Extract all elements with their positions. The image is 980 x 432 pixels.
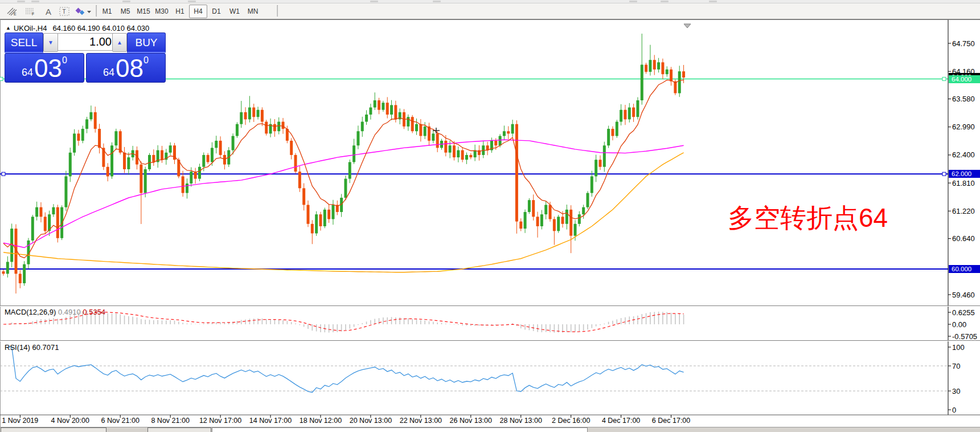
symbol-label: UKOil-,H4 <box>14 24 47 32</box>
cutoff-icon <box>661 1 669 2</box>
time-label-6: 14 Nov 17:00 <box>249 417 292 425</box>
ohlc-values: 64.160 64.190 64.010 64.030 <box>52 24 149 32</box>
toolbar-separator <box>96 5 97 17</box>
cutoff-icon <box>629 1 637 2</box>
buy-price-big: 08 <box>116 56 143 81</box>
cutoff-icon <box>122 1 130 2</box>
time-label-14: 6 Dec 17:00 <box>652 417 690 425</box>
price-tick-63.580: 63.580 <box>952 95 975 103</box>
time-label-10: 26 Nov 13:00 <box>450 417 492 425</box>
svg-text:E: E <box>14 12 17 16</box>
sell-price-box[interactable]: 64030 <box>5 53 84 83</box>
rsi-tick-0: 0 <box>952 406 956 414</box>
level-price-box-64.000: 64.000 <box>949 75 980 83</box>
bottom-tab-2[interactable] <box>147 427 211 432</box>
macd-main-value: 0.4910 <box>58 308 81 316</box>
tab-timeframe-H1[interactable]: H1 <box>171 5 189 18</box>
macd-splitter-hl <box>0 306 980 307</box>
time-label-8: 20 Nov 13:00 <box>350 417 392 425</box>
volume-down-spinner[interactable]: ▼ <box>43 33 58 52</box>
chart-symbol-header[interactable]: ▲UKOil-,H464.160 64.190 64.010 64.030 <box>6 24 149 32</box>
price-tick-60.640: 60.640 <box>952 235 975 242</box>
price-tick-61.220: 61.220 <box>952 207 975 215</box>
buy-price-sup: 0 <box>143 56 149 65</box>
cutoff-icon <box>370 1 378 2</box>
price-tick-62.990: 62.990 <box>952 123 975 131</box>
level-price-box-60.000: 60.000 <box>949 265 980 273</box>
bottom-tab[interactable] <box>1 427 106 432</box>
macd-tick-0.00: 0.00 <box>952 321 966 328</box>
fibonacci-icon[interactable]: F <box>22 5 39 18</box>
tab-timeframe-MN[interactable]: MN <box>244 5 262 18</box>
price-tick-62.400: 62.400 <box>952 151 975 158</box>
volume-up-spinner[interactable]: ▲ <box>112 33 127 52</box>
sell-button[interactable]: SELL <box>5 32 43 54</box>
tab-timeframe-H4[interactable]: H4 <box>189 5 207 18</box>
time-label-11: 28 Nov 13:00 <box>500 417 542 425</box>
tab-timeframe-D1[interactable]: D1 <box>207 5 225 18</box>
macd-tick--0.5705: -0.5705 <box>952 333 977 340</box>
buy-price-box[interactable]: 64080 <box>86 53 166 83</box>
cutoff-icon <box>433 1 441 2</box>
sell-price-handle: 64 <box>22 64 33 81</box>
rsi-tick-70: 70 <box>952 362 960 370</box>
svg-text:T: T <box>63 9 66 15</box>
level-price-box-62.000: 62.000 <box>949 170 980 178</box>
chart-annotation-text[interactable]: 多空转折点64 <box>728 201 888 236</box>
tab-timeframe-M5[interactable]: M5 <box>116 5 134 18</box>
svg-text:F: F <box>32 12 34 16</box>
macd-tick-0.6255: 0.6255 <box>952 309 975 316</box>
horizontal-scrollbar[interactable] <box>212 427 588 432</box>
time-label-5: 12 Nov 17:00 <box>199 417 241 425</box>
sell-price-big: 03 <box>34 56 62 81</box>
collapse-icon[interactable]: ▲ <box>6 25 11 31</box>
buy-button[interactable]: BUY <box>127 32 166 54</box>
text-icon[interactable]: T <box>56 5 73 18</box>
tab-timeframe-M1[interactable]: M1 <box>98 5 116 18</box>
cutoff-icon <box>17 1 25 2</box>
equidistant-channel-icon[interactable]: E <box>3 5 20 18</box>
time-label-7: 18 Nov 12:00 <box>300 417 342 425</box>
bottom-status-strip <box>0 427 980 432</box>
time-label-12: 2 Dec 16:00 <box>552 417 590 425</box>
rsi-tick-100: 100 <box>952 344 965 351</box>
price-tick-64.750: 64.750 <box>952 40 975 47</box>
time-label-4: 8 Nov 21:00 <box>151 417 189 425</box>
buy-price-handle: 64 <box>103 64 114 81</box>
chart-toolbar: E F A T M1M5M15M30H1H4D1W1MN <box>0 3 980 19</box>
macd-signal-value: 0.5354 <box>83 308 105 316</box>
time-label-9: 22 Nov 13:00 <box>400 417 442 425</box>
text-label-icon[interactable]: A <box>40 5 57 18</box>
volume-input[interactable]: 1.00 <box>58 33 117 51</box>
rsi-tick-30: 30 <box>952 388 960 395</box>
rsi-label: RSI(14) 60.7071 <box>5 343 59 352</box>
price-tick-59.460: 59.460 <box>952 291 975 299</box>
shapes-dropdown-icon[interactable] <box>73 5 95 18</box>
one-click-trade-panel: SELL ▼ 1.00 ▲ BUY 64030 64080 <box>5 32 165 80</box>
cutoff-icon <box>31 1 39 2</box>
sell-price-sup: 0 <box>62 56 67 65</box>
price-tick-61.810: 61.810 <box>952 180 975 187</box>
time-label-13: 4 Dec 17:00 <box>602 417 640 425</box>
tab-timeframe-M15[interactable]: M15 <box>134 5 153 18</box>
time-label-3: 6 Nov 21:00 <box>101 417 139 425</box>
time-label-1: 1 Nov 2019 <box>2 417 38 425</box>
time-label-2: 4 Nov 20:00 <box>51 417 89 425</box>
cutoff-icon <box>188 1 196 2</box>
macd-label: MACD(12,26,9) 0.4910 0.5354 <box>5 308 105 316</box>
toolbar-separator-2 <box>277 5 278 17</box>
tab-timeframe-W1[interactable]: W1 <box>225 5 244 18</box>
rsi-value: 60.7071 <box>32 343 59 352</box>
rsi-splitter-hl <box>0 341 980 341</box>
tab-timeframe-M30[interactable]: M30 <box>153 5 171 18</box>
mt4-window: E F A T M1M5M15M30H1H4D1W1MN ▲UKOil-,H46… <box>0 0 980 432</box>
cutoff-icon <box>709 1 717 2</box>
